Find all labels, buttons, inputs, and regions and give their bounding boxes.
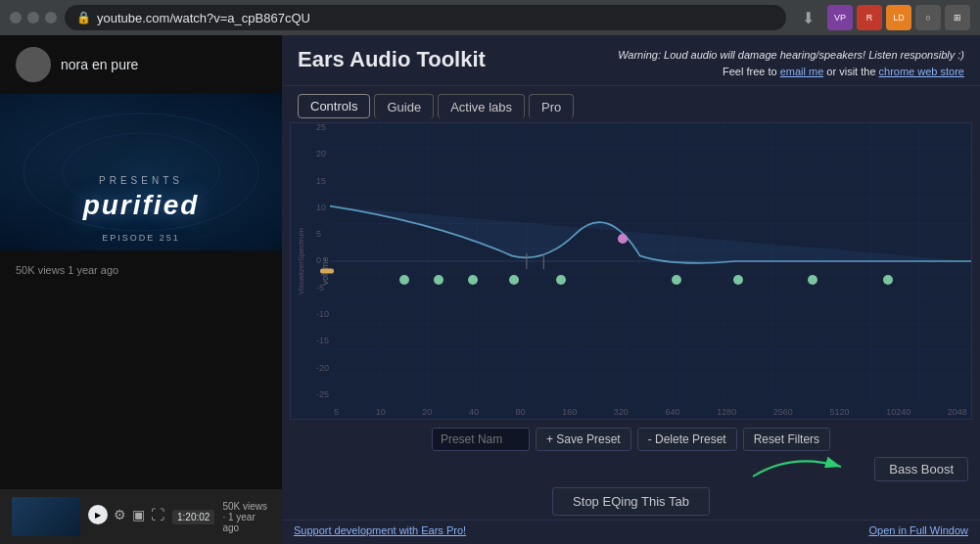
delete-preset-button[interactable]: - Delete Preset <box>637 428 737 451</box>
extension-icons: VP R LD ○ ⊞ <box>827 5 970 30</box>
presents-text: PRESENTS <box>83 175 200 186</box>
arrow-svg <box>743 447 861 486</box>
video-main-title: purified <box>83 190 200 221</box>
settings-icon[interactable]: ⚙ <box>114 507 126 522</box>
y-label-25: 25 <box>316 123 329 132</box>
ears-tabs: Controls Guide Active labs Pro <box>282 86 980 118</box>
window-icon[interactable]: ▣ <box>132 507 145 522</box>
y-label-n15: -15 <box>316 337 329 345</box>
ext-shield-icon: VP <box>827 5 853 30</box>
support-link[interactable]: Support development with Ears Pro! <box>294 524 466 536</box>
volume-thumb[interactable] <box>320 269 334 274</box>
y-label-20: 20 <box>316 150 329 159</box>
tab-controls[interactable]: Controls <box>298 94 370 118</box>
download-button[interactable]: ⬇ <box>794 4 821 31</box>
browser-dot-1 <box>10 12 22 23</box>
browser-controls <box>10 12 57 23</box>
timestamp: 1:20:02 <box>172 510 214 524</box>
sidebar-header: nora en pure <box>0 35 282 94</box>
right-panel: Ears Audio Toolkit Warning: Loud audio w… <box>282 35 980 544</box>
x-labels: 5 10 20 40 80 160 320 640 1280 2560 5120… <box>330 407 971 417</box>
open-full-link[interactable]: Open in Full Window <box>869 524 969 536</box>
fullscreen-icon[interactable]: ⛶ <box>151 507 164 522</box>
bass-boost-button[interactable]: Bass Boost <box>874 457 968 481</box>
x-label-160: 160 <box>562 407 577 417</box>
ears-title-row: Ears Audio Toolkit Warning: Loud audio w… <box>298 47 964 79</box>
x-label-20: 20 <box>422 407 432 417</box>
tab-active-labs[interactable]: Active labs <box>438 94 525 118</box>
player-thumbnail <box>12 497 80 536</box>
eq-node-3[interactable] <box>468 275 478 285</box>
view-count: 50K views <box>16 264 65 276</box>
content-area: nora en pure PRESENTS purified EPISODE 2… <box>0 35 980 544</box>
eq-node-4[interactable] <box>509 275 519 285</box>
x-label-10: 10 <box>376 407 386 417</box>
url-text: youtube.com/watch?v=a_cpB867cQU <box>97 11 310 25</box>
player-controls: ▶ ⚙ ▣ ⛶ <box>88 505 164 524</box>
tab-pro[interactable]: Pro <box>529 94 574 118</box>
ext-ld-icon: LD <box>886 5 911 30</box>
x-label-40: 40 <box>469 407 479 417</box>
episode-badge: EPISODE 251 <box>102 233 180 243</box>
save-preset-button[interactable]: + Save Preset <box>536 428 631 451</box>
y-label-15: 15 <box>316 177 329 186</box>
volume-slider-area <box>320 269 334 274</box>
email-link[interactable]: email me <box>780 66 824 77</box>
warning-line2: Feel free to email me or visit the chrom… <box>618 64 964 80</box>
x-label-640: 640 <box>666 407 680 417</box>
warning-prefix: Feel free to <box>723 66 780 77</box>
eq-node-1[interactable] <box>399 275 409 285</box>
eq-node-5[interactable] <box>556 275 566 285</box>
eq-container: Spectrum Visualizer volume 25 20 15 10 5… <box>290 122 972 420</box>
stop-btn-row: Stop EQing This Tab <box>294 487 968 516</box>
video-thumbnail: PRESENTS purified EPISODE 251 <box>0 94 282 250</box>
preset-name-input[interactable] <box>432 428 530 451</box>
ears-warning: Warning: Loud audio will damage hearing/… <box>618 47 964 79</box>
video-title-overlay: PRESENTS purified <box>83 175 200 221</box>
x-label-5: 5 <box>334 407 339 417</box>
player-views: 50K views <box>222 501 267 512</box>
x-label-5120: 5120 <box>829 407 849 417</box>
play-button[interactable]: ▶ <box>88 505 108 524</box>
preset-row: + Save Preset - Delete Preset Reset Filt… <box>294 428 968 451</box>
x-label-20480: 2048 <box>948 407 967 417</box>
browser-dot-2 <box>27 12 39 23</box>
eq-node-2[interactable] <box>434 275 443 285</box>
ext-red-icon: R <box>857 5 882 30</box>
eq-node-6[interactable] <box>672 275 681 285</box>
browser-bar: 🔒 youtube.com/watch?v=a_cpB867cQU ⬇ VP R… <box>0 0 980 35</box>
x-label-10240: 10240 <box>886 407 910 417</box>
sidebar-info: 50K views 1 year ago <box>0 250 282 286</box>
lock-icon: 🔒 <box>76 11 91 24</box>
time-ago: 1 year ago <box>68 264 118 276</box>
store-link[interactable]: chrome web store <box>879 66 964 77</box>
ext-puzzle-icon: ⊞ <box>945 5 970 30</box>
browser-actions: ⬇ VP R LD ○ ⊞ <box>794 4 970 31</box>
channel-name: nora en pure <box>61 57 138 72</box>
warning-or: or visit the <box>823 66 878 77</box>
eq-node-320[interactable] <box>618 234 628 244</box>
channel-avatar <box>16 47 51 82</box>
eq-node-9[interactable] <box>883 275 893 285</box>
x-label-1280: 1280 <box>717 407 736 417</box>
y-label-n25: -25 <box>316 390 329 399</box>
browser-dot-3 <box>45 12 57 23</box>
eq-node-8[interactable] <box>808 275 817 285</box>
address-bar[interactable]: 🔒 youtube.com/watch?v=a_cpB867cQU <box>65 5 786 30</box>
sidebar: nora en pure PRESENTS purified EPISODE 2… <box>0 35 282 544</box>
views-time: 50K views · 1 year ago <box>222 501 270 533</box>
warning-text: Warning: Loud audio will damage hearing/… <box>618 49 964 61</box>
tab-guide[interactable]: Guide <box>374 94 434 118</box>
x-label-2560: 2560 <box>773 407 793 417</box>
player-info: ▶ ⚙ ▣ ⛶ <box>88 505 164 528</box>
ears-header: Ears Audio Toolkit Warning: Loud audio w… <box>282 35 980 86</box>
bass-row: Bass Boost <box>294 457 968 481</box>
ears-popup: Ears Audio Toolkit Warning: Loud audio w… <box>282 35 980 544</box>
sidebar-stats: 50K views 1 year ago <box>16 264 266 276</box>
thumbnail-decoration <box>0 94 282 250</box>
y-label-10: 10 <box>316 204 329 212</box>
y-label-5: 5 <box>316 230 329 239</box>
stop-eq-button[interactable]: Stop EQing This Tab <box>552 487 710 516</box>
y-label-n20: -20 <box>316 364 329 373</box>
eq-node-7[interactable] <box>733 275 743 285</box>
